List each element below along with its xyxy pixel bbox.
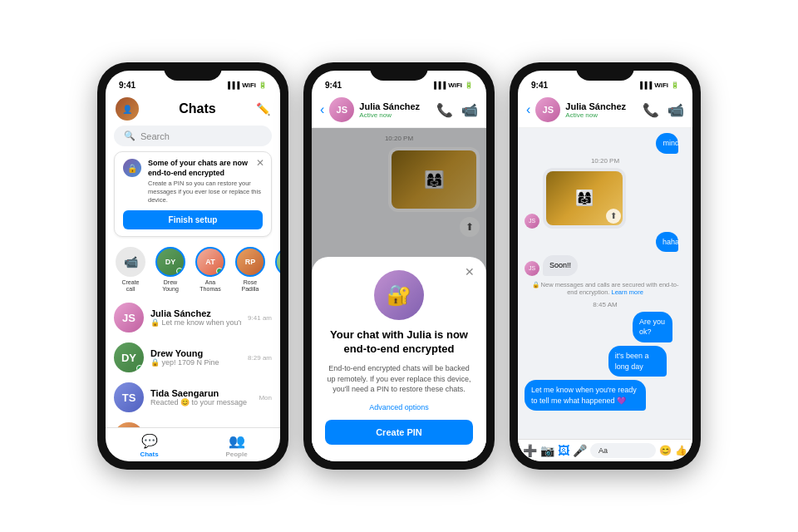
input-placeholder: Aa [598,446,608,455]
alex-story-avatar: AW [275,247,280,277]
julia-avatar: JS [114,303,144,332]
drew-avatar: DY [114,342,144,372]
plus-icon[interactable]: ➕ [523,444,537,457]
msg-haha: haha [656,232,686,253]
story-item-create-call[interactable]: 📹 Createcall [114,247,147,293]
story-item-alex[interactable]: AW AlexWalk... [273,247,280,293]
phone-call-icon[interactable]: 📞 [436,102,453,118]
julia-header-status-2: Active now [359,111,431,119]
julia-avatar-soon: JS [525,261,539,276]
julia-name: Julia Sánchez [150,308,241,318]
mic-icon[interactable]: 🎤 [573,444,587,457]
msg-time-3: 10:20 PM [525,157,686,165]
search-bar[interactable]: 🔍 Search [114,126,272,146]
modal-close-button[interactable]: ✕ [465,265,475,278]
modal-desc: End-to-end encrypted chats will be backe… [325,363,473,395]
story-item-drew[interactable]: DY DrewYoung [154,247,187,293]
modal-title: Your chat with Julia is now end-to-end e… [325,328,473,357]
rose-avatar: RP [114,422,144,427]
chat-item-julia[interactable]: JS Julia Sánchez 🔒 Let me know when you'… [106,298,280,337]
learn-more-link[interactable]: Learn more [612,288,643,296]
phone-3: 9:41 ▐▐▐ WiFi 🔋 ‹ JS Julia Sánchez Activ… [510,62,701,470]
signal-icon: ▐▐▐ [225,81,239,89]
phone-1: 9:41 ▐▐▐ WiFi 🔋 👤 Chats ✏️ 🔍 Search ✕ 🔒 [97,62,288,470]
back-button-3[interactable]: ‹ [526,102,530,117]
people-nav-label: People [225,451,247,458]
modal-lock-icon: 🔐 [374,270,424,320]
search-icon: 🔍 [124,131,135,141]
modal-overlay: ✕ 🔐 Your chat with Julia is now end-to-e… [312,128,486,461]
nav-chats[interactable]: 💬 Chats [106,433,193,458]
encryption-banner: ✕ 🔒 Some of your chats are now end-to-en… [114,151,272,237]
signal-icon-2: ▐▐▐ [431,81,446,89]
notch-2 [370,62,428,81]
julia-header-status-3: Active now [565,111,638,119]
edit-icon[interactable]: ✏️ [256,102,270,116]
banner-text: Some of your chats are now end-to-end en… [148,159,263,204]
banner-title: Some of your chats are now end-to-end en… [148,159,263,178]
story-item-rose[interactable]: RP RosePadilla [234,247,267,293]
phone-icon-3[interactable]: 📞 [643,102,659,118]
drew-preview: 🔒 yep! 1709 N Pine [150,358,241,367]
wifi-icon-2: WiFi [448,81,462,89]
emoji-icon[interactable]: 😊 [659,445,672,456]
share-icon-3[interactable]: ⬆ [606,209,621,224]
notch-3 [576,62,634,81]
msg-longday: it's been a long day [608,346,686,377]
story-item-ana[interactable]: AT AnaThomas [194,247,227,293]
nav-people[interactable]: 👥 People [193,433,280,458]
drew-time: 8:29 am [248,354,272,362]
msg-longday-bubble: it's been a long day [608,346,667,377]
chat-item-drew[interactable]: DY Drew Young 🔒 yep! 1709 N Pine 8:29 am [106,337,280,377]
thumbsup-icon[interactable]: 👍 [675,445,687,456]
julia-header-avatar-3: JS [535,97,560,122]
video-icon-3[interactable]: 📹 [667,102,684,118]
wifi-icon-3: WiFi [654,81,668,89]
chat-list: JS Julia Sánchez 🔒 Let me know when you'… [106,298,280,427]
chat-header-3: ‹ JS Julia Sánchez Active now 📞 📹 [518,94,692,128]
camera-icon[interactable]: 📷 [540,444,554,457]
julia-time: 9:41 am [248,314,272,322]
banner-top: 🔒 Some of your chats are now end-to-end … [123,159,263,204]
user-avatar[interactable]: 👤 [116,97,139,121]
msg-mind-bubble: mind [656,133,678,154]
status-icons-1: ▐▐▐ WiFi 🔋 [225,81,267,89]
msg-letmeknow: Let me know when you're ready to tell me… [525,380,686,411]
finish-setup-button[interactable]: Finish setup [123,210,263,229]
video-call-icon: 📹 [124,255,138,268]
battery-icon-3: 🔋 [671,81,679,89]
chat-item-rose[interactable]: RP Rose Padilla 🔒 try mine: rosey034 Mon [106,417,280,427]
chats-nav-icon: 💬 [141,433,158,449]
msg-haha-bubble: haha [656,232,678,253]
create-pin-button[interactable]: Create PIN [325,420,473,445]
chat-header-2: ‹ JS Julia Sánchez Active now 📞 📹 [312,94,486,128]
message-input[interactable]: Aa [590,443,656,458]
video-icon[interactable]: 📹 [461,102,478,118]
drew-info: Drew Young 🔒 yep! 1709 N Pine [150,348,241,367]
lock-badge: 🔒 [123,159,141,177]
msg-img-row: JS 👩‍👩‍👧 ⬆ [525,168,686,229]
rose-story-label: RosePadilla [241,279,259,293]
msg-soon-bubble: Soon!! [543,255,578,276]
tida-info: Tida Saengarun Reacted 😊 to your message [150,388,252,406]
julia-info: Julia Sánchez 🔒 Let me know when you're.… [150,308,241,327]
tida-time: Mon [259,394,272,401]
julia-msg-avatar: JS [525,214,539,229]
wifi-icon: WiFi [242,81,256,89]
banner-close-button[interactable]: ✕ [256,157,264,169]
chat-item-tida[interactable]: TS Tida Saengarun Reacted 😊 to your mess… [106,377,280,417]
advanced-options-link[interactable]: Advanced options [325,403,473,411]
search-placeholder: Search [140,131,170,141]
tida-avatar: TS [114,382,144,412]
msg-soon-row: JS Soon!! [525,255,686,276]
drew-name: Drew Young [150,348,241,358]
drew-chat-online [136,365,143,372]
back-button-2[interactable]: ‹ [320,102,324,117]
banner-desc: Create a PIN so you can restore your mes… [148,180,263,204]
tida-preview: Reacted 😊 to your message [150,398,252,406]
msg-mind: mind [656,133,686,154]
chats-header: 👤 Chats ✏️ [106,94,280,126]
msg-ok-bubble: Are you ok? [633,312,672,342]
gallery-icon[interactable]: 🖼 [558,444,569,457]
screen-1: 9:41 ▐▐▐ WiFi 🔋 👤 Chats ✏️ 🔍 Search ✕ 🔒 [106,71,280,461]
